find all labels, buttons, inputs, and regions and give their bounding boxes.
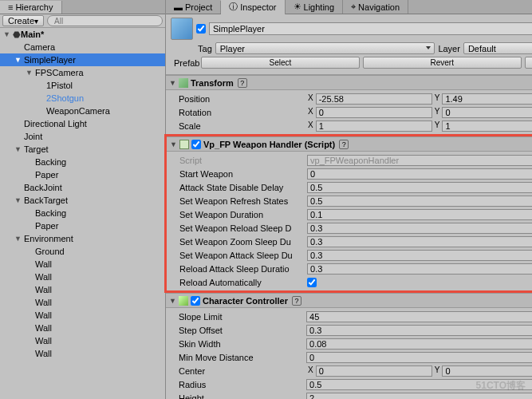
transform-header[interactable]: ▼ Transform ?: [166, 76, 532, 90]
prop-input[interactable]: [307, 250, 532, 261]
hierarchy-row[interactable]: BackJoint: [0, 181, 165, 194]
prop-label: Slope Limit: [169, 312, 305, 322]
prop-label: Set Weapon Refresh States: [170, 196, 305, 206]
hierarchy-row[interactable]: Wall: [0, 296, 165, 309]
help-icon[interactable]: ?: [292, 296, 301, 306]
hierarchy-row[interactable]: ▼Target: [0, 143, 165, 156]
prop-input[interactable]: [306, 379, 532, 390]
script-label: Script: [170, 156, 305, 165]
layer-dropdown[interactable]: Default: [463, 42, 532, 54]
hierarchy-row[interactable]: Paper: [0, 219, 165, 232]
component-enabled-checkbox[interactable]: [191, 140, 201, 149]
hierarchy-row[interactable]: Backing: [0, 207, 165, 219]
hierarchy-row[interactable]: ▼FPSCamera: [0, 66, 165, 79]
prop-input[interactable]: [307, 223, 532, 234]
y-input[interactable]: [442, 120, 532, 132]
hierarchy-tree[interactable]: ▼⬣ Main*Camera▼SimplePlayer▼FPSCamera1Pi…: [0, 28, 165, 399]
foldout-icon: ▼: [169, 297, 176, 305]
hierarchy-row[interactable]: ▼Environment: [0, 232, 165, 245]
hierarchy-row[interactable]: Joint: [0, 130, 165, 143]
prop-label: Set Weapon Duration: [170, 210, 305, 219]
hierarchy-row[interactable]: Wall: [0, 347, 165, 360]
hierarchy-search[interactable]: [47, 15, 163, 26]
prop-input[interactable]: [307, 209, 532, 220]
prefab-revert-button[interactable]: Revert: [363, 57, 522, 69]
hierarchy-row[interactable]: WeaponCamera: [0, 105, 165, 117]
prop-input[interactable]: [306, 393, 532, 400]
prop-input[interactable]: [306, 325, 532, 336]
hierarchy-row[interactable]: ▼⬣ Main*: [0, 28, 165, 41]
x-input[interactable]: [316, 93, 432, 105]
create-button[interactable]: Create ▾: [2, 15, 44, 26]
prop-input[interactable]: [307, 263, 532, 275]
hierarchy-row[interactable]: 1Pistol: [0, 79, 165, 92]
reload-auto-checkbox[interactable]: [307, 278, 317, 287]
prop-label: Set Weapon Reload Sleep D: [170, 223, 305, 233]
tab-navigation[interactable]: ⌖ Navigation: [343, 0, 408, 14]
hierarchy-row[interactable]: 2Shotgun: [0, 92, 165, 105]
name-input[interactable]: [209, 22, 532, 35]
tab-project[interactable]: ▬ Project: [166, 1, 221, 14]
hierarchy-row[interactable]: Wall: [0, 322, 165, 334]
hierarchy-row[interactable]: Ground: [0, 245, 165, 258]
layer-label: Layer: [438, 44, 460, 53]
prop-input[interactable]: [306, 352, 532, 363]
prop-label: Radius: [169, 380, 305, 389]
tab-inspector[interactable]: ⓘ Inspector: [221, 0, 285, 14]
prop-label: Center: [169, 366, 305, 376]
hierarchy-row[interactable]: Wall: [0, 283, 165, 296]
charctrl-header[interactable]: ▼ Character Controller ?: [166, 294, 532, 308]
prop-label: Rotation: [169, 108, 305, 117]
foldout-icon: ▼: [170, 140, 177, 148]
transform-title: Transform: [191, 78, 234, 88]
y-input[interactable]: [442, 107, 532, 118]
hierarchy-row[interactable]: ▼BackTarget: [0, 194, 165, 207]
prop-input[interactable]: [307, 196, 532, 207]
tab-hierarchy[interactable]: ≡ Hierarchy: [0, 1, 62, 14]
charctrl-title: Character Controller: [203, 296, 288, 306]
hierarchy-row[interactable]: Directional Light: [0, 117, 165, 130]
hierarchy-row[interactable]: Wall: [0, 271, 165, 283]
hierarchy-row[interactable]: Wall: [0, 258, 165, 271]
help-icon[interactable]: ?: [238, 78, 247, 88]
y-input[interactable]: [442, 365, 532, 377]
component-enabled-checkbox[interactable]: [191, 296, 200, 306]
prop-input[interactable]: [307, 182, 532, 193]
script-field[interactable]: [307, 155, 532, 166]
prop-label: Position: [169, 94, 305, 104]
hierarchy-row[interactable]: Backing: [0, 156, 165, 168]
prop-label: Height: [169, 393, 305, 400]
prop-input[interactable]: [307, 168, 532, 180]
hierarchy-row[interactable]: Paper: [0, 168, 165, 181]
active-checkbox[interactable]: [196, 24, 206, 34]
prefab-select-button[interactable]: Select: [201, 57, 360, 69]
hierarchy-row[interactable]: Wall: [0, 334, 165, 347]
help-icon[interactable]: ?: [339, 140, 349, 149]
hierarchy-row[interactable]: Camera: [0, 41, 165, 53]
tab-lighting[interactable]: ☀ Lighting: [286, 0, 344, 14]
tag-label: Tag: [198, 44, 212, 53]
x-input[interactable]: [316, 365, 432, 377]
prop-label: Attack State Disable Delay: [170, 183, 305, 192]
script-icon: [179, 140, 189, 149]
prop-input[interactable]: [306, 338, 532, 350]
prop-label: Set Weapon Zoom Sleep Du: [170, 237, 305, 247]
prop-input[interactable]: [307, 236, 532, 247]
foldout-icon: ▼: [169, 79, 176, 87]
gameobject-icon: [171, 18, 193, 40]
prop-label: Reload Attack Sleep Duratio: [170, 264, 305, 274]
prefab-apply-button[interactable]: Apply: [525, 57, 532, 69]
hierarchy-row[interactable]: ▼SimplePlayer: [0, 53, 165, 66]
tag-dropdown[interactable]: Player: [215, 42, 435, 54]
x-input[interactable]: [316, 120, 432, 132]
y-input[interactable]: [442, 93, 532, 105]
reload-auto-label: Reload Automatically: [170, 278, 305, 287]
x-input[interactable]: [316, 107, 432, 118]
hierarchy-row[interactable]: Wall: [0, 309, 165, 322]
transform-icon: [179, 78, 188, 88]
weapon-handler-title: Vp_FP Weapon Handler (Script): [203, 140, 335, 149]
prop-input[interactable]: [306, 311, 532, 322]
weapon-handler-header[interactable]: ▼ Vp_FP Weapon Handler (Script) ?: [167, 137, 532, 152]
prop-label: Min Move Distance: [169, 353, 305, 362]
prop-label: Set Weapon Attack Sleep Du: [170, 251, 305, 260]
